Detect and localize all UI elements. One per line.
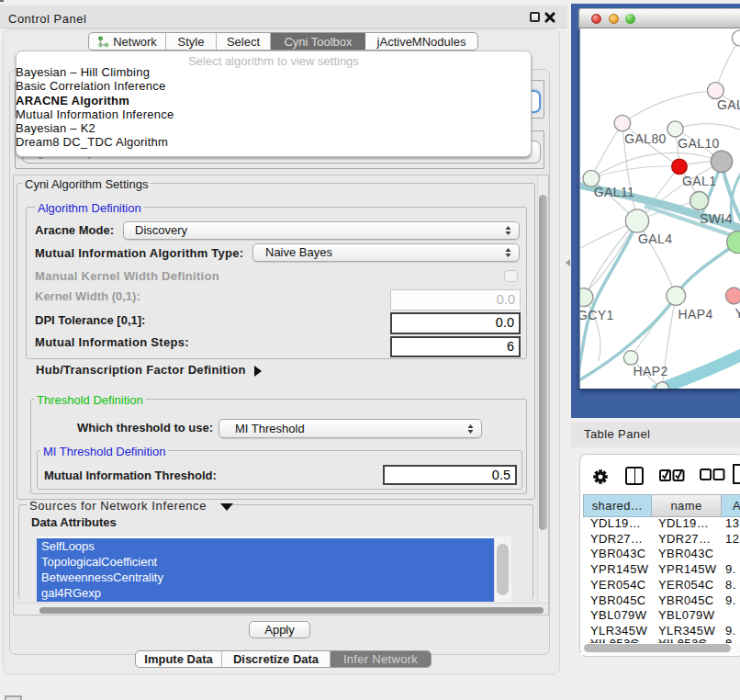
svg-text:SWI4: SWI4	[700, 211, 733, 226]
svg-text:GCY1: GCY1	[580, 308, 614, 322]
svg-text:HAP2: HAP2	[633, 364, 667, 378]
svg-text:GAL1: GAL1	[682, 174, 716, 188]
svg-text:GAL10: GAL10	[678, 136, 720, 151]
svg-text:GAL80: GAL80	[624, 131, 667, 146]
svg-text:Y: Y	[735, 306, 740, 321]
svg-text:HAP4: HAP4	[678, 307, 713, 322]
svg-text:GAL4: GAL4	[638, 231, 672, 246]
svg-text:GAL11: GAL11	[594, 185, 635, 199]
svg-text:GAL2: GAL2	[717, 97, 740, 112]
